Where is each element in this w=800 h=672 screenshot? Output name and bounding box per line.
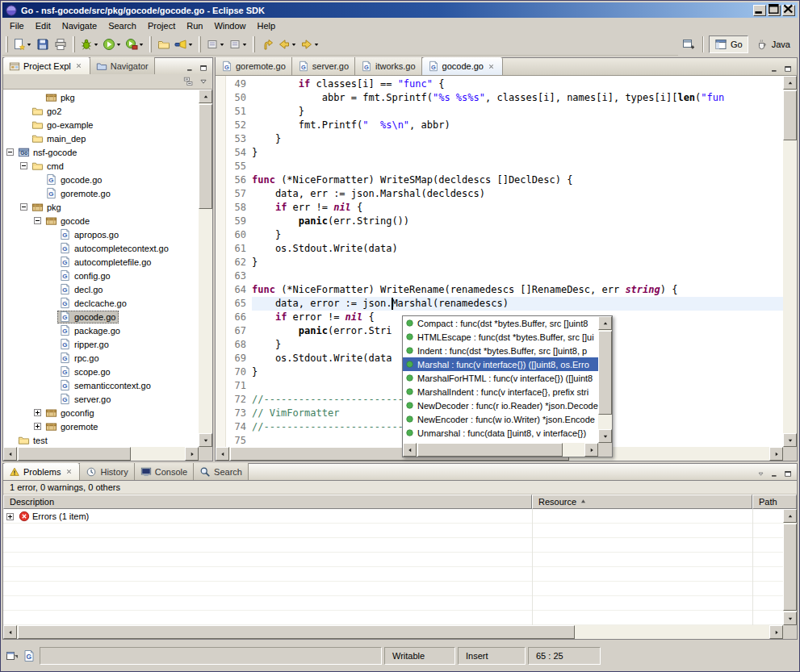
problems-vertical-scrollbar[interactable] <box>783 509 797 625</box>
open-resource-button[interactable] <box>155 35 173 53</box>
tree-item[interactable]: Gscope.go <box>3 365 199 378</box>
editor-tab-goremote-go[interactable]: Ggoremote.go <box>216 57 292 75</box>
code-line[interactable]: 54} <box>226 146 783 160</box>
tree-item[interactable]: goremote <box>3 419 199 433</box>
scroll-right-button[interactable] <box>769 447 783 461</box>
autocomplete-item[interactable]: NewEncoder : func(w io.Writer) *json.Enc… <box>403 412 598 426</box>
search-dropdown-icon[interactable] <box>187 38 194 51</box>
menu-window[interactable]: Window <box>208 19 251 32</box>
tree-item[interactable]: Ggoremote.go <box>3 186 199 200</box>
code-line[interactable]: 55 <box>226 160 783 173</box>
scroll-down-button[interactable] <box>199 433 212 447</box>
popup-vertical-scrollbar[interactable] <box>598 316 612 443</box>
view-menu-icon[interactable] <box>754 468 768 480</box>
scrollbar-thumb[interactable] <box>417 443 563 457</box>
tab-close-icon[interactable] <box>487 61 496 71</box>
autocomplete-item[interactable]: Unmarshal : func(data []uint8, v interfa… <box>403 426 598 440</box>
tree-item[interactable]: Gdeclcache.go <box>3 296 199 310</box>
active-editor-icon[interactable]: G <box>23 649 36 662</box>
previous-annotation-button[interactable] <box>227 35 249 53</box>
scrollbar-thumb[interactable] <box>18 625 575 639</box>
scrollbar-thumb[interactable] <box>199 104 212 209</box>
scrollbar-thumb[interactable] <box>783 90 797 140</box>
tree-item[interactable]: pkg <box>3 90 199 104</box>
next-annotation-button[interactable] <box>204 35 227 53</box>
annotation-ruler[interactable] <box>216 76 226 447</box>
tree-item[interactable]: Gapropos.go <box>3 227 199 241</box>
external-tools-dropdown-icon[interactable] <box>138 38 145 51</box>
maximize-view-icon[interactable] <box>781 468 795 480</box>
new-button[interactable] <box>11 35 34 53</box>
editor-tab-itworks-go[interactable]: Gitworks.go <box>355 57 422 75</box>
maximize-view-icon[interactable] <box>197 62 211 74</box>
tree-item[interactable]: go-example <box>3 118 199 131</box>
back-button[interactable] <box>276 35 299 53</box>
popup-horizontal-scrollbar[interactable] <box>403 443 598 457</box>
code-line[interactable]: 63 <box>226 269 783 283</box>
tree-item[interactable]: gocode <box>3 214 199 227</box>
tree-item[interactable]: Gautocompletecontext.go <box>3 241 199 255</box>
code-line[interactable]: 61 os.Stdout.Write(data) <box>226 242 783 256</box>
tree-item[interactable]: Gsemanticcontext.go <box>3 378 199 392</box>
scroll-up-button[interactable] <box>783 509 797 523</box>
autocomplete-item[interactable]: MarshalIndent : func(v interface{}, pref… <box>403 385 598 399</box>
tree-item[interactable]: pkg <box>3 200 199 214</box>
tree-minus-expander[interactable] <box>34 217 41 224</box>
run-dropdown-icon[interactable] <box>115 38 122 51</box>
scroll-left-button[interactable] <box>216 447 229 461</box>
run-button[interactable] <box>101 35 124 53</box>
tree-item[interactable]: Gserver.go <box>3 392 199 406</box>
code-line[interactable]: 60 } <box>226 228 783 242</box>
scroll-up-button[interactable] <box>199 90 212 103</box>
last-edit-location-button[interactable] <box>258 35 276 53</box>
tree-item[interactable]: Grpc.go <box>3 351 199 365</box>
tree-minus-expander[interactable] <box>20 203 27 211</box>
menu-run[interactable]: Run <box>181 19 208 32</box>
tree-item[interactable]: Gripper.go <box>3 337 199 351</box>
code-line[interactable]: 51 } <box>226 105 783 119</box>
tree-item[interactable]: Gonsf-gocode <box>3 145 199 159</box>
tree-item[interactable]: cmd <box>3 159 199 173</box>
menu-file[interactable]: File <box>4 19 30 32</box>
fast-view-icon[interactable] <box>6 649 19 662</box>
search-button[interactable] <box>173 35 195 53</box>
tree-item[interactable]: goconfig <box>3 406 199 419</box>
previous-annotation-dropdown-icon[interactable] <box>241 38 248 51</box>
code-line[interactable]: 62} <box>226 256 783 269</box>
tree-item[interactable]: go2 <box>3 104 199 118</box>
panel-tab-history[interactable]: History <box>80 463 134 480</box>
tree-item[interactable]: Ggocode.go <box>3 310 199 323</box>
new-dropdown-icon[interactable] <box>26 38 32 51</box>
tree-minus-expander[interactable] <box>20 162 27 169</box>
problems-row[interactable]: Errors (1 item) <box>3 509 783 524</box>
scrollbar-thumb[interactable] <box>783 524 797 611</box>
scroll-right-button[interactable] <box>584 443 598 457</box>
view-tab-navigator[interactable]: Navigator <box>90 57 155 74</box>
tab-close-icon[interactable] <box>74 61 84 71</box>
scroll-right-button[interactable] <box>769 625 783 639</box>
scroll-left-button[interactable] <box>3 625 17 639</box>
minimize-view-icon[interactable] <box>183 62 197 74</box>
perspective-go[interactable]: Go <box>709 35 748 53</box>
menu-search[interactable]: Search <box>103 19 142 32</box>
forward-button[interactable] <box>299 35 321 53</box>
tree-item[interactable]: Gdecl.go <box>3 282 199 296</box>
tree-minus-expander[interactable] <box>6 148 14 156</box>
scroll-right-button[interactable] <box>185 447 199 461</box>
problems-horizontal-scrollbar[interactable] <box>3 625 783 639</box>
forward-dropdown-icon[interactable] <box>313 38 320 51</box>
tab-close-icon[interactable] <box>64 467 73 477</box>
save-button[interactable] <box>34 35 52 53</box>
editor-tab-gocode-go[interactable]: Ggocode.go <box>422 57 503 75</box>
tree-item[interactable]: test <box>3 433 199 447</box>
next-annotation-dropdown-icon[interactable] <box>219 38 225 51</box>
panel-tab-problems[interactable]: Problems <box>3 463 80 480</box>
tree-item[interactable]: Gautocompletefile.go <box>3 255 199 269</box>
code-line[interactable]: 49 if classes[i] == "func" { <box>226 77 783 91</box>
scroll-up-button[interactable] <box>783 76 797 90</box>
code-line[interactable]: 58 if err != nil { <box>226 201 783 215</box>
tree-item[interactable]: main_dep <box>3 131 199 145</box>
maximize-window-button[interactable] <box>768 5 781 16</box>
open-perspective-button[interactable] <box>680 35 697 53</box>
scroll-down-button[interactable] <box>598 429 612 443</box>
